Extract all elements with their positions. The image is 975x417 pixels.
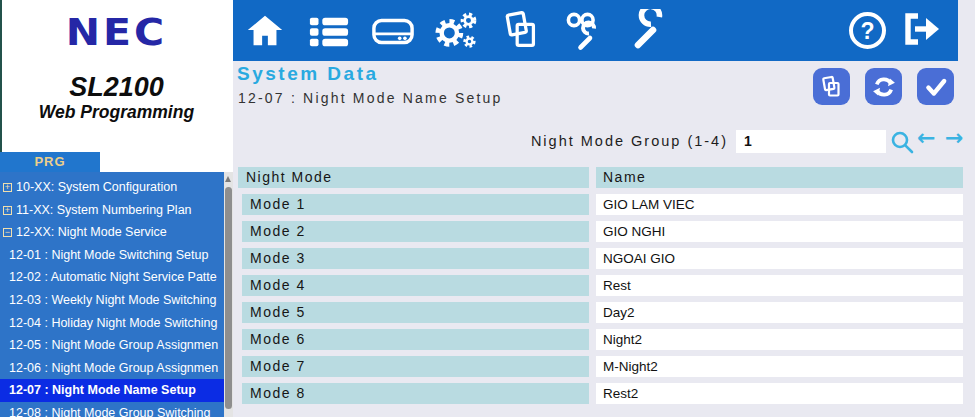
top-toolbar: ?: [233, 0, 958, 61]
name-field[interactable]: Rest: [596, 275, 963, 296]
sidebar-item-12-01[interactable]: 12-01 : Night Mode Switching Setup: [0, 244, 224, 267]
search-icon[interactable]: [890, 130, 915, 155]
apply-check-button[interactable]: [917, 68, 954, 105]
sidebar-item-label: 12-XX: Night Mode Service: [16, 225, 167, 239]
toolbar-right-group: ?: [849, 10, 944, 50]
logout-icon[interactable]: [900, 10, 944, 50]
night-mode-group-label: Night Mode Group (1-4): [480, 133, 728, 149]
sidebar-item-12xx[interactable]: −12-XX: Night Mode Service: [0, 221, 224, 244]
column-header-name: Name: [596, 167, 963, 188]
sidebar-item-12-02[interactable]: 12-02 : Automatic Night Service Patte: [0, 266, 224, 289]
sidebar-item-12-05[interactable]: 12-05 : Night Mode Group Assignmen: [0, 334, 224, 357]
mode-label: Mode 2: [242, 221, 589, 242]
page-subtitle: 12-07 : Night Mode Name Setup: [238, 90, 503, 106]
scroll-up-arrow-icon[interactable]: [225, 176, 231, 182]
action-buttons: [813, 68, 954, 105]
sidebar-item-label: 11-XX: System Numbering Plan: [16, 203, 192, 217]
name-field[interactable]: NGOAI GIO: [596, 248, 963, 269]
sidebar-item-11xx[interactable]: +11-XX: System Numbering Plan: [0, 199, 224, 222]
collapse-minus-icon[interactable]: −: [3, 228, 12, 237]
toolbar-icon-group: [242, 8, 672, 53]
name-field[interactable]: Night2: [596, 329, 963, 350]
mode-label: Mode 5: [242, 302, 589, 323]
service-tools-icon[interactable]: [562, 8, 608, 53]
mode-label: Mode 1: [242, 194, 589, 215]
model-name: SL2100: [0, 72, 233, 103]
next-arrow-icon[interactable]: →: [945, 125, 963, 150]
home-icon[interactable]: [242, 8, 288, 53]
previous-arrow-icon[interactable]: ←: [917, 125, 935, 150]
settings-gears-icon[interactable]: [434, 8, 480, 53]
name-field[interactable]: Rest2: [596, 383, 963, 404]
sidebar-item-10xx[interactable]: +10-XX: System Configuration: [0, 176, 224, 199]
wrench-icon[interactable]: [626, 8, 672, 53]
menu-list-icon[interactable]: [306, 8, 352, 53]
night-mode-group-input[interactable]: 1: [736, 130, 886, 153]
left-panel: NEC SL2100 Web Programming PRG +10-XX: S…: [0, 0, 233, 417]
expand-plus-icon[interactable]: +: [3, 206, 12, 215]
name-field[interactable]: GIO NGHI: [596, 221, 963, 242]
expand-plus-icon[interactable]: +: [3, 183, 12, 192]
sidebar-item-12-08[interactable]: 12-08 : Night Mode Group Switching: [0, 402, 224, 417]
sidebar-menu: +10-XX: System Configuration +11-XX: Sys…: [0, 172, 233, 417]
sidebar-scrollbar[interactable]: [224, 172, 233, 417]
copy-button[interactable]: [813, 68, 850, 105]
refresh-button[interactable]: [865, 68, 902, 105]
mode-label: Mode 8: [242, 383, 589, 404]
mode-label: Mode 7: [242, 356, 589, 377]
sidebar-item-12-04[interactable]: 12-04 : Holiday Night Mode Switching: [0, 312, 224, 335]
copy-pages-icon[interactable]: [498, 8, 544, 53]
nec-logo: NEC: [0, 10, 233, 54]
column-header-night-mode: Night Mode: [238, 167, 589, 188]
name-field[interactable]: Day2: [596, 302, 963, 323]
sidebar-item-12-07-selected[interactable]: 12-07 : Night Mode Name Setup: [0, 379, 224, 402]
name-field[interactable]: M-Night2: [596, 356, 963, 377]
sidebar-item-12-03[interactable]: 12-03 : Weekly Night Mode Switching: [0, 289, 224, 312]
help-icon[interactable]: ?: [849, 12, 886, 49]
mode-label: Mode 4: [242, 275, 589, 296]
mode-label: Mode 3: [242, 248, 589, 269]
web-programming-label: Web Programming: [0, 102, 233, 123]
mode-label: Mode 6: [242, 329, 589, 350]
storage-drive-icon[interactable]: [370, 8, 416, 53]
page-title: System Data: [237, 63, 379, 85]
sidebar-item-12-06[interactable]: 12-06 : Night Mode Group Assignmen: [0, 357, 224, 380]
name-field[interactable]: GIO LAM VIEC: [596, 194, 963, 215]
sidebar-item-label: 10-XX: System Configuration: [16, 180, 177, 194]
scrollbar-thumb[interactable]: [225, 187, 232, 409]
prg-tab[interactable]: PRG: [0, 152, 100, 172]
